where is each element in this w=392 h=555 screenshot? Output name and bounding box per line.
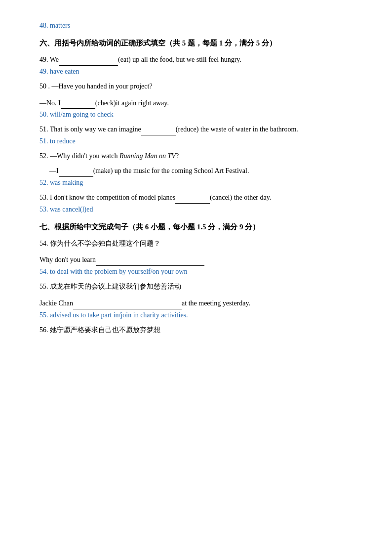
- q51-pre: 51. That is only way we can imagine: [39, 126, 141, 133]
- q55-pre: Jackie Chan: [39, 299, 73, 307]
- question-50-line1: 50 . —Have you handed in your project?: [39, 81, 353, 92]
- answer-50: 50. will/am going to check: [39, 111, 353, 119]
- q54-blank: [96, 258, 204, 266]
- question-52-line1: 52. —Why didn't you watch Running Man on…: [39, 150, 353, 162]
- q53-post: (cancel) the other day.: [210, 194, 271, 201]
- question-54-english: Why don't you learn: [39, 254, 353, 266]
- question-50-line2: —No. I(check)it again right away.: [39, 97, 353, 109]
- q53-blank: [175, 196, 210, 204]
- q52-blank: [59, 169, 93, 177]
- q55-blank: [73, 301, 182, 309]
- question-51: 51. That is only way we can imagine(redu…: [39, 124, 353, 135]
- question-56-chinese: 56. 她宁愿严格要求自己也不愿放弃梦想: [39, 324, 353, 336]
- section6-title: 六、用括号内所给动词的正确形式填空（共 5 题，每题 1 分，满分 5 分）: [39, 39, 353, 48]
- q50-post: (check)it again right away.: [95, 99, 169, 107]
- q50-pre: —No. I: [39, 99, 61, 107]
- answer-51: 51. to reduce: [39, 137, 353, 145]
- answer-54: 54. to deal with the problem by yourself…: [39, 268, 353, 276]
- q55-post: at the meeting yesterday.: [182, 299, 250, 307]
- answer-55: 55. advised us to take part in/join in c…: [39, 311, 353, 319]
- question-49: 49. We(eat) up all the food, but we stil…: [39, 54, 353, 66]
- q49-post: (eat) up all the food, but we still feel…: [118, 56, 241, 63]
- section7-title: 七、根据所给中文完成句子（共 6 小题，每小题 1.5 分，满分 9 分）: [39, 222, 353, 232]
- answer-48: 48. matters: [39, 22, 353, 30]
- q52-line1-pre: 52. —Why didn't you watch: [39, 152, 118, 160]
- q51-blank: [141, 128, 176, 135]
- question-55-chinese: 55. 成龙在昨天的会议上建议我们参加慈善活动: [39, 281, 353, 293]
- answer-49: 49. have eaten: [39, 68, 353, 76]
- q54-pre: Why don't you learn: [39, 256, 96, 263]
- question-53: 53. I don't know the competition of mode…: [39, 192, 353, 204]
- q52-post: (make) up the music for the coming Schoo…: [93, 167, 249, 174]
- q50-blank: [61, 101, 95, 109]
- q52-line1-post: ?: [176, 152, 179, 160]
- q52-pre: —I: [49, 167, 59, 174]
- answer-52: 52. was making: [39, 179, 353, 187]
- q53-pre: 53. I don't know the competition of mode…: [39, 194, 175, 201]
- q49-pre: 49. We: [39, 56, 59, 63]
- q52-italic: Running Man on TV: [119, 152, 176, 160]
- q51-post: (reduce) the waste of water in the bathr…: [176, 126, 298, 133]
- answer-53: 53. was cancel(l)ed: [39, 206, 353, 213]
- question-55-english: Jackie Chanat the meeting yesterday.: [39, 298, 353, 309]
- q49-blank: [59, 58, 118, 66]
- question-52-line2: —I(make) up the music for the coming Sch…: [49, 165, 353, 177]
- question-54-chinese: 54. 你为什么不学会独自处理这个问题？: [39, 238, 353, 250]
